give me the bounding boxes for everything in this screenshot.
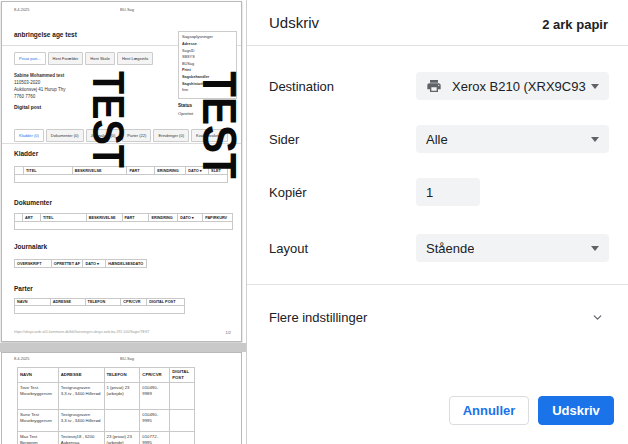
dialog-title: Udskriv bbox=[269, 14, 319, 31]
cell-cpr: 010772-9995 bbox=[140, 432, 170, 444]
cell-navn: Tove Test Mosebryggersen bbox=[18, 383, 59, 410]
kladder-col: TITEL bbox=[24, 167, 73, 175]
cell-adresse: Testevej18 , 6200 Aabenraa bbox=[59, 432, 105, 444]
journalark-col: DATO ▾ bbox=[83, 260, 106, 268]
kladder-col bbox=[15, 167, 24, 175]
cell-navn: Sune Test Mosebryggersen bbox=[18, 410, 59, 432]
person-name: Sabine Mohammed test bbox=[14, 72, 65, 79]
kladder-heading: Kladder bbox=[14, 150, 38, 157]
table-row: Sune Test Mosebryggersen Testgrusgraven … bbox=[18, 410, 195, 432]
status-label: Status bbox=[178, 103, 192, 108]
page2-doc-type: BU-Sag bbox=[120, 356, 134, 361]
more-settings-label: Flere indstillinger bbox=[269, 310, 367, 325]
print-settings-panel: Udskriv 2 ark papir Destination Xerox B2… bbox=[246, 0, 628, 444]
cell-telefon: 23 (privat) 23 (arbejde) bbox=[105, 432, 141, 444]
cell-cpr: 010490-9995 bbox=[140, 410, 170, 432]
digital-post-label: Digital post bbox=[14, 104, 41, 110]
page2-date: 8.4.2025 bbox=[14, 356, 30, 361]
parter-table: NAVN ADRESSE TELEFON CPR/CVR DIGITAL POS… bbox=[14, 298, 185, 314]
chevron-down-icon bbox=[591, 311, 604, 324]
parter-col: DIGITAL POST bbox=[147, 299, 185, 306]
dokumenter-table: ART TITEL BESKRIVELSE PART ERINDRING DAT… bbox=[14, 213, 233, 230]
sheet-count: 2 ark papir bbox=[542, 17, 608, 32]
journalark-col: OVERSKRIFT bbox=[15, 260, 52, 268]
info-line: SagsID bbox=[182, 48, 233, 55]
parter-col: ADRESSE bbox=[51, 299, 86, 306]
empty-row bbox=[15, 306, 185, 314]
person-city: 7760 7760 bbox=[14, 93, 65, 100]
cell-telefon: 1 (privat) 23 (arbejde) bbox=[105, 383, 141, 410]
p2-col-cpr: CPR/CVR bbox=[140, 368, 170, 383]
chevron-down-icon bbox=[591, 84, 599, 89]
p2-col-digital-post: DIGITAL POST bbox=[170, 368, 195, 383]
cell-digital-post bbox=[170, 410, 195, 432]
layout-value: Stående bbox=[426, 241, 474, 256]
cell-navn: Max Test Berggren bbox=[18, 432, 59, 444]
chevron-down-icon bbox=[591, 246, 599, 251]
dokumenter-col: BESKRIVELSE bbox=[87, 214, 123, 222]
pages-value: Alle bbox=[426, 132, 448, 147]
page-gap bbox=[0, 343, 246, 352]
case-title: anbringelse age test bbox=[14, 31, 77, 38]
doc-tab-hent-laegeinfo: Hent Lægeinfo bbox=[117, 52, 153, 65]
table-row: Tove Test Mosebryggersen Testgrusgraven … bbox=[18, 383, 195, 410]
parter-col: CPR/CVR bbox=[121, 299, 147, 306]
person-cpr: 110503-2020 bbox=[14, 79, 65, 86]
section-tab-dokumenter: Dokumenter (0) bbox=[46, 129, 84, 142]
destination-value: Xerox B210 (XRX9C93 bbox=[452, 79, 586, 94]
cell-digital-post bbox=[170, 432, 195, 444]
copies-label: Kopiér bbox=[269, 185, 307, 200]
chevron-down-icon bbox=[591, 137, 599, 142]
preview-page-1: 8.4.2025 BU-Sag anbringelse age test Pri… bbox=[1, 1, 242, 342]
cancel-button[interactable]: Annuller bbox=[449, 396, 529, 425]
test-watermark: TEST bbox=[82, 68, 131, 172]
journalark-heading: Journalark bbox=[14, 243, 47, 250]
dokumenter-col bbox=[15, 214, 23, 222]
copies-input[interactable] bbox=[416, 178, 480, 206]
p2-col-telefon: TELEFON bbox=[105, 368, 141, 383]
print-preview-area: 8.4.2025 BU-Sag anbringelse age test Pri… bbox=[0, 0, 246, 444]
layout-label: Layout bbox=[269, 241, 308, 256]
parter-col: TELEFON bbox=[86, 299, 122, 306]
pages-label: Sider bbox=[269, 132, 299, 147]
footer-page-number: 1/2 bbox=[225, 330, 231, 335]
footer-url: https://sbsys-web-s01.kommune.dk/bkf/loe… bbox=[14, 330, 184, 334]
parter-list-table: NAVN ADRESSE TELEFON CPR/CVR DIGITAL POS… bbox=[17, 367, 195, 444]
section-tab-kladder: Kladder (0) bbox=[14, 129, 44, 142]
person-address: Auktionsvej 41 Hurup Thy bbox=[14, 86, 65, 93]
table-row: Max Test Berggren Testevej18 , 6200 Aabe… bbox=[18, 432, 195, 444]
dokumenter-col: PART bbox=[123, 214, 150, 222]
info-line: BUSag bbox=[182, 61, 233, 68]
layout-dropdown[interactable]: Stående bbox=[416, 234, 609, 262]
header-divider bbox=[247, 45, 628, 46]
parter-heading: Parter bbox=[14, 285, 33, 292]
dokumenter-heading: Dokumenter bbox=[14, 199, 52, 206]
journalark-col: OPRETTET AF bbox=[52, 260, 84, 268]
doc-tab-hent-skole: Hent Skole bbox=[85, 52, 115, 65]
destination-dropdown[interactable]: Xerox B210 (XRX9C93 bbox=[416, 72, 609, 100]
doc-tab-hent-foraelder: Hent Forælder bbox=[48, 52, 84, 65]
document-tabs: Privat part... Hent Forælder Hent Skole … bbox=[14, 52, 155, 65]
kladder-col: ERINDRING bbox=[155, 167, 186, 175]
empty-row bbox=[15, 222, 233, 230]
print-dialog-screen: 8.4.2025 BU-Sag anbringelse age test Pri… bbox=[0, 0, 628, 444]
dokumenter-col: ART bbox=[23, 214, 41, 222]
cell-telefon bbox=[105, 410, 141, 432]
test-watermark: TEST bbox=[191, 69, 242, 181]
p2-col-navn: NAVN bbox=[18, 368, 59, 383]
preview-page-2: 8.4.2025 BU-Sag NAVN ADRESSE TELEFON CPR… bbox=[1, 352, 242, 444]
dokumenter-col: TITEL bbox=[41, 214, 87, 222]
info-line: Adresse bbox=[182, 41, 233, 48]
cell-cpr: 010490-9989 bbox=[140, 383, 170, 410]
journalark-table: OVERSKRIFT OPRETTET AF DATO ▾ HÆNDELSESD… bbox=[14, 259, 147, 268]
dokumenter-col: PAPIRKURV bbox=[203, 214, 233, 222]
info-line: SBSYS bbox=[182, 54, 233, 61]
print-button[interactable]: Udskriv bbox=[538, 396, 614, 425]
page1-doc-type: BU-Sag bbox=[120, 7, 134, 12]
pages-dropdown[interactable]: Alle bbox=[416, 125, 609, 153]
person-details: Sabine Mohammed test 110503-2020 Auktion… bbox=[14, 72, 65, 100]
page1-date: 8.4.2025 bbox=[14, 7, 30, 12]
cell-adresse: Testgrusgraven 3,3.tv , 3400 Hillerød bbox=[59, 410, 105, 432]
more-settings-toggle[interactable]: Flere indstillinger bbox=[247, 297, 628, 337]
parter-col: NAVN bbox=[15, 299, 51, 306]
